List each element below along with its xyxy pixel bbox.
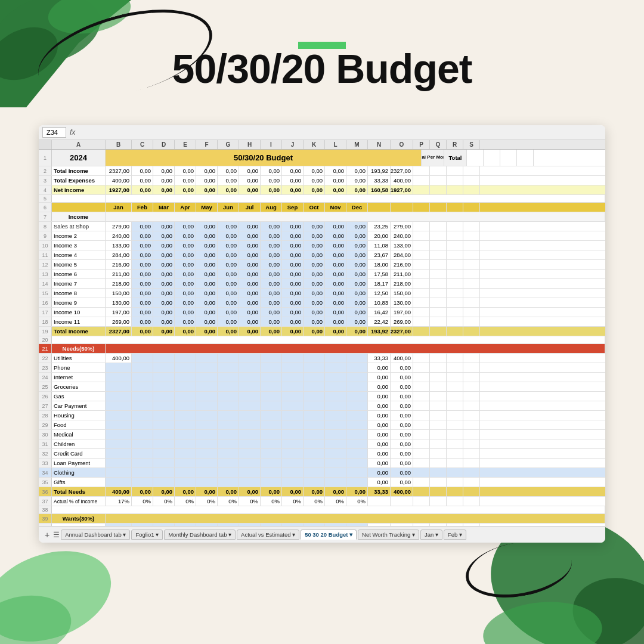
tab-net-worth[interactable]: Net Worth Tracking ▾ xyxy=(358,530,419,540)
tab-jan[interactable]: Jan ▾ xyxy=(420,530,442,540)
table-row: 31 Children 0,000,00 xyxy=(39,439,605,449)
table-row: 14 Income 7 218,00 0,000,000,000,000,000… xyxy=(39,279,605,289)
table-row: 28 Housing 0,000,00 xyxy=(39,411,605,420)
table-row: 7 Income xyxy=(39,212,605,222)
column-headers: A B C D E F G H I J K L M N O P Q R S xyxy=(39,140,605,150)
fx-label: fx xyxy=(70,128,75,137)
table-row: 25 Groceries 0,000,00 xyxy=(39,382,605,392)
add-sheet-button[interactable]: + xyxy=(42,530,52,540)
table-row: 9 Income 2 240,00 0,000,000,000,000,000,… xyxy=(39,231,605,241)
table-row: 24 Internet 0,000,00 xyxy=(39,373,605,382)
table-row: 16 Income 9 130,00 0,000,000,000,000,000… xyxy=(39,298,605,308)
table-row: 4 Net Income 1927,00 0,00 0,00 0,00 0,00… xyxy=(39,185,605,195)
table-row: 35 Gifts 0,000,00 xyxy=(39,478,605,487)
title-section: 50/30/20 Budget xyxy=(0,36,644,91)
table-row: 34 Clothing 0,000,00 xyxy=(39,468,605,478)
table-row: 1 2024 50/30/20 Budget Total Per Month T… xyxy=(39,150,605,166)
table-row: 18 Income 11 269,00 0,000,000,000,000,00… xyxy=(39,317,605,327)
table-row: 38 xyxy=(39,506,605,514)
tab-actual-vs-estimated[interactable]: Actual vs Estimated ▾ xyxy=(237,530,299,540)
spreadsheet-window: Z34 fx A B C D E F G H I J K L M N O P Q… xyxy=(39,125,605,543)
table-row: 8 Sales at Shop 279,00 0,000,000,000,000… xyxy=(39,222,605,231)
list-icon: ☰ xyxy=(53,531,60,539)
tab-50-30-20-budget[interactable]: 50 30 20 Budget ▾ xyxy=(301,530,357,540)
table-row: 33 Loan Payment 0,000,00 xyxy=(39,459,605,468)
table-row: 13 Income 6 211,00 0,000,000,000,000,000… xyxy=(39,270,605,279)
table-row: 17 Income 10 197,00 0,000,000,000,000,00… xyxy=(39,308,605,317)
table-row: 11 Income 4 284,00 0,000,000,000,000,000… xyxy=(39,250,605,260)
table-row: 27 Car Payment 0,000,00 xyxy=(39,401,605,411)
table-row: 5 xyxy=(39,195,605,203)
table-row: 20 xyxy=(39,336,605,344)
table-row: 12 Income 5 216,00 0,000,000,000,000,000… xyxy=(39,260,605,270)
table-row: 39 Wants(30%) xyxy=(39,514,605,524)
tab-foglio1[interactable]: Foglio1 ▾ xyxy=(131,530,163,540)
table-row: 10 Income 3 133,00 0,000,000,000,000,000… xyxy=(39,241,605,250)
cell-reference[interactable]: Z34 xyxy=(42,127,66,138)
table-row: 15 Income 8 150,00 0,000,000,000,000,000… xyxy=(39,289,605,298)
table-row: 21 Needs(50%) xyxy=(39,344,605,354)
formula-bar: Z34 fx xyxy=(39,125,605,140)
table-row: 19 Total Income 2327,00 0,000,000,000,00… xyxy=(39,327,605,336)
table-row: 3 Total Expenses 400,00 0,00 0,00 0,00 0… xyxy=(39,176,605,185)
tab-monthly-dashboard[interactable]: Monthly Dashboard tab ▾ xyxy=(164,530,236,540)
table-row: 30 Medical 0,000,00 xyxy=(39,430,605,439)
table-row: 6 Jan Feb Mar Apr May Jun Jul Aug Sep Oc… xyxy=(39,203,605,212)
table-row: 23 Phone 0,000,00 xyxy=(39,363,605,373)
table-row: 29 Food 0,000,00 xyxy=(39,420,605,430)
table-row: 22 Utilities 400,00 33,33400,00 xyxy=(39,354,605,363)
table-row: 32 Credit Card 0,000,00 xyxy=(39,449,605,459)
table-row: 2 Total Income 2327,00 0,00 0,00 0,00 0,… xyxy=(39,166,605,176)
tab-annual-dashboard[interactable]: Annual Dashboard tab ▾ xyxy=(61,530,130,540)
table-row: 37 Actual % of Income 17% 0%0%0%0%0%0%0%… xyxy=(39,497,605,506)
table-row: 26 Gas 0,000,00 xyxy=(39,392,605,401)
main-title: 50/30/20 Budget xyxy=(0,47,644,91)
tab-bar: + ☰ Annual Dashboard tab ▾ Foglio1 ▾ Mon… xyxy=(39,526,605,543)
tab-feb[interactable]: Feb ▾ xyxy=(444,530,466,540)
table-row: 36 Total Needs 400,00 0,000,000,000,000,… xyxy=(39,487,605,497)
sheet-content: 1 2024 50/30/20 Budget Total Per Month T… xyxy=(39,150,605,533)
